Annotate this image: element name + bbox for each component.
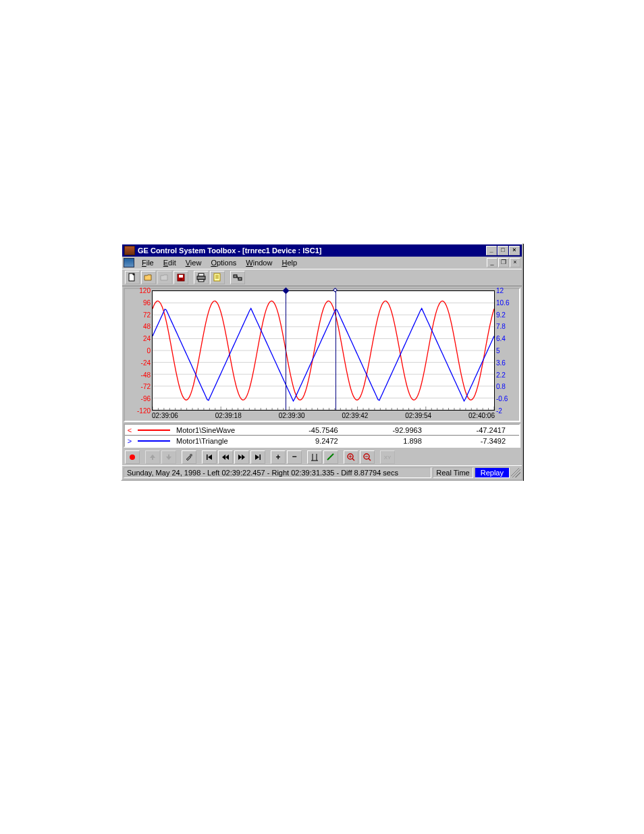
svg-rect-88 xyxy=(168,454,169,457)
xy-button[interactable]: XY xyxy=(380,450,395,464)
mdi-minimize-button[interactable]: _ xyxy=(487,258,498,267)
svg-rect-3 xyxy=(180,278,182,280)
signal-v1: 9.2472 xyxy=(267,437,351,445)
graph-area: 120967248240-24-48-72-96-120 1210.69.27.… xyxy=(124,288,520,422)
svg-rect-5 xyxy=(197,276,205,280)
svg-rect-11 xyxy=(234,275,237,278)
close-button[interactable]: × xyxy=(509,246,520,255)
print-button[interactable] xyxy=(194,271,209,284)
svg-line-105 xyxy=(369,459,371,461)
signal-v1: -45.7546 xyxy=(267,426,351,434)
x-axis: 02:39:0602:39:1802:39:3002:39:4202:39:54… xyxy=(152,411,495,419)
menu-window[interactable]: Window xyxy=(241,257,277,268)
signal-v3: -47.2417 xyxy=(435,426,519,434)
menu-bar: File Edit View Options Window Help _ ❐ × xyxy=(122,257,522,269)
svg-text:+: + xyxy=(275,452,280,462)
measure-button[interactable] xyxy=(323,450,338,464)
menu-help[interactable]: Help xyxy=(277,257,302,268)
title-bar[interactable]: GE Control System Toolbox - [trnrec1 Dev… xyxy=(122,244,522,257)
svg-rect-87 xyxy=(152,458,153,460)
move-down-button[interactable] xyxy=(161,450,176,464)
status-bar: Sunday, May 24, 1998 - Left 02:39:22.457… xyxy=(122,465,522,479)
chart-svg xyxy=(153,291,494,410)
signal-row[interactable]: <Motor1\SineWave-45.7546-92.9963-47.2417 xyxy=(125,425,519,436)
signal-v2: 1.898 xyxy=(352,437,435,445)
rewind-button[interactable] xyxy=(218,450,233,464)
signal-color-swatch xyxy=(134,440,173,442)
notes-button[interactable] xyxy=(210,271,225,284)
mdi-restore-button[interactable]: ❐ xyxy=(498,258,509,267)
signal-name: Motor1\Triangle xyxy=(173,437,267,445)
last-button[interactable] xyxy=(250,450,265,464)
zoom-in-button[interactable] xyxy=(344,450,358,464)
mdi-icon[interactable] xyxy=(124,258,134,267)
signal-pick-icon: < xyxy=(125,426,134,434)
signals-table: <Motor1\SineWave-45.7546-92.9963-47.2417… xyxy=(124,423,520,448)
signal-color-swatch xyxy=(134,429,173,431)
menu-edit[interactable]: Edit xyxy=(159,257,181,268)
main-toolbar xyxy=(122,269,522,286)
svg-text:XY: XY xyxy=(384,454,392,461)
move-up-button[interactable] xyxy=(145,450,160,464)
signal-row[interactable]: >Motor1\Triangle9.24721.898-7.3492 xyxy=(125,436,519,446)
forward-button[interactable] xyxy=(234,450,249,464)
maximize-button[interactable]: □ xyxy=(498,246,508,255)
first-button[interactable] xyxy=(202,450,217,464)
svg-line-101 xyxy=(352,459,354,461)
open-button[interactable] xyxy=(141,271,156,284)
signal-v3: -7.3492 xyxy=(435,437,519,445)
status-replay[interactable]: Replay xyxy=(475,467,510,478)
recorder-toolbar: + − XY xyxy=(122,449,522,465)
status-text: Sunday, May 24, 1998 - Left 02:39:22.457… xyxy=(124,467,431,478)
new-button[interactable] xyxy=(125,271,140,284)
remove-cursor-button[interactable]: − xyxy=(287,450,302,464)
mdi-close-button[interactable]: × xyxy=(510,258,520,267)
svg-line-97 xyxy=(327,454,333,460)
signal-pick-icon: > xyxy=(125,437,134,445)
signal-v2: -92.9963 xyxy=(352,426,435,434)
menu-file[interactable]: File xyxy=(137,257,159,268)
resize-grip[interactable] xyxy=(511,468,520,477)
settings-button[interactable] xyxy=(182,450,196,464)
menu-options[interactable]: Options xyxy=(206,257,241,268)
zoom-out-button[interactable] xyxy=(360,450,375,464)
status-realtime[interactable]: Real Time xyxy=(433,467,473,478)
window-title: GE Control System Toolbox - [trnrec1 Dev… xyxy=(138,246,321,255)
svg-text:−: − xyxy=(292,452,296,461)
add-cursor-button[interactable]: + xyxy=(271,450,286,464)
svg-rect-12 xyxy=(238,278,242,280)
save-button[interactable] xyxy=(173,271,188,284)
svg-rect-6 xyxy=(198,280,204,282)
app-window: GE Control System Toolbox - [trnrec1 Dev… xyxy=(121,243,523,481)
cursor-snap-button[interactable] xyxy=(307,450,322,464)
svg-point-86 xyxy=(130,454,135,460)
open2-button[interactable] xyxy=(157,271,172,284)
record-button[interactable] xyxy=(125,450,140,464)
svg-rect-90 xyxy=(207,454,208,460)
chart-plot[interactable] xyxy=(152,290,495,411)
signal-name: Motor1\SineWave xyxy=(173,426,267,434)
svg-rect-2 xyxy=(179,275,183,278)
svg-rect-91 xyxy=(260,454,261,460)
menu-view[interactable]: View xyxy=(181,257,207,268)
cursor-right[interactable] xyxy=(336,291,336,410)
cursor-left[interactable] xyxy=(286,291,286,410)
svg-rect-4 xyxy=(198,273,204,276)
minimize-button[interactable]: _ xyxy=(486,246,497,255)
y-axis-left: 120967248240-24-48-72-96-120 xyxy=(126,290,152,411)
app-icon xyxy=(124,246,135,255)
svg-point-89 xyxy=(190,454,192,457)
y-axis-right: 1210.69.27.86.453.62.20.8-0.6-2 xyxy=(495,290,518,411)
link-button[interactable] xyxy=(230,271,245,284)
